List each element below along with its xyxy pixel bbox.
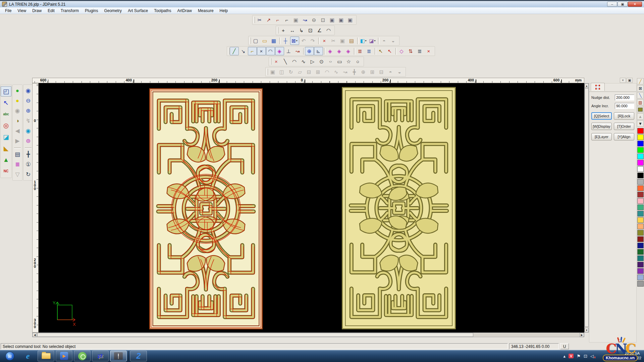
warp-flow-tool[interactable]: ↝ xyxy=(341,68,350,76)
mask-upper-button[interactable]: ◓ xyxy=(380,37,389,45)
menu-help[interactable]: Help xyxy=(217,8,231,14)
network-status-button[interactable]: ⊡ xyxy=(584,354,587,359)
color-swatch[interactable] xyxy=(637,243,644,248)
dropdown-arrow-icon[interactable]: ▾ xyxy=(296,39,298,42)
close-view-button[interactable]: × xyxy=(620,78,626,83)
render-view-button[interactable]: ◪▾ xyxy=(368,37,377,45)
palette-scroll-up-button[interactable]: ▲ xyxy=(637,113,644,120)
snap-arc-toggle[interactable]: ◠ xyxy=(266,47,275,55)
align-button[interactable]: [Y]Align xyxy=(614,133,634,140)
layer-button[interactable]: [E]Layer xyxy=(591,133,612,140)
delete-button[interactable]: × xyxy=(320,37,329,45)
draw-sector-tool[interactable]: ▷ xyxy=(308,57,317,66)
scroll-left-arrow[interactable]: ◀ xyxy=(33,333,37,337)
layer-book-button[interactable]: ▤ xyxy=(13,150,22,159)
drawing-canvas[interactable]: Y X xyxy=(39,83,584,333)
snap-intersection-toggle[interactable]: × xyxy=(257,47,266,55)
scroll-right-arrow[interactable]: ▶ xyxy=(580,333,584,337)
nc-toolpath-tool[interactable]: NC xyxy=(1,166,11,176)
erase-tool[interactable]: ◪ xyxy=(1,132,11,142)
relief-tool[interactable]: ▲ xyxy=(1,155,11,165)
offset-inward-tool[interactable]: ⊡ xyxy=(319,16,328,24)
color-swatch[interactable] xyxy=(637,198,644,204)
pan-view-button[interactable]: ╋ xyxy=(23,150,33,159)
scroll-up-arrow[interactable]: ▲ xyxy=(585,83,589,88)
scroll-down-arrow[interactable]: ▼ xyxy=(585,328,589,332)
zoom-in-button[interactable]: ⊕ xyxy=(23,106,33,115)
undo-button[interactable]: ↶ xyxy=(299,37,308,45)
fill-tool[interactable]: ◣ xyxy=(1,143,11,154)
open-file-button[interactable]: ▭ xyxy=(260,37,269,45)
jdpaint-nc-app[interactable]: ╿ xyxy=(110,351,127,361)
draw-line-tool[interactable]: ╲ xyxy=(281,57,290,66)
work-plane-xy-button[interactable]: ◈ xyxy=(326,47,335,55)
start-button[interactable]: ⊞ xyxy=(1,351,18,361)
color-swatch[interactable] xyxy=(637,134,644,140)
measure-rect-tool[interactable]: ⊡ xyxy=(306,26,315,35)
stack-align-front-button[interactable]: ≣ xyxy=(356,47,365,55)
zoom-previous-button[interactable]: ↯ xyxy=(23,116,33,125)
light-pick-toggle[interactable]: ◉ xyxy=(13,106,22,115)
draw-polygon-tool[interactable]: ○ xyxy=(353,57,362,66)
nudge-distance-value[interactable]: 200.000 xyxy=(615,95,634,101)
pick-add-button[interactable]: ↖ xyxy=(376,47,385,55)
color-swatch[interactable] xyxy=(637,166,644,172)
minimize-button[interactable]: – xyxy=(607,2,617,7)
dropdown-arrow-icon[interactable]: ▾ xyxy=(365,39,367,42)
draw-arc-tool[interactable]: ◠ xyxy=(290,57,299,66)
copy-object-tool[interactable]: ▣ xyxy=(328,16,337,24)
current-color-swatch[interactable] xyxy=(637,106,644,113)
vertical-scrollbar[interactable]: ▲ ▼ xyxy=(584,83,589,333)
mask-lower-button[interactable]: ◒ xyxy=(389,37,398,45)
color-swatch[interactable] xyxy=(637,268,644,274)
node-edit-tool[interactable]: ↖ xyxy=(1,98,11,108)
extend-tool[interactable]: ↗ xyxy=(264,16,273,24)
ungroup-objects-tool[interactable]: ⊟ xyxy=(377,68,386,76)
view-options-button[interactable]: ◉ xyxy=(23,126,33,135)
stack-align-back-button[interactable]: ≣ xyxy=(365,47,374,55)
angle-increment-value[interactable]: 90.000 xyxy=(615,103,634,109)
show-hidden-icons-button[interactable]: ▴ xyxy=(564,354,566,359)
mask-lower-tool[interactable]: ◒ xyxy=(395,68,404,76)
color-swatch[interactable] xyxy=(637,255,644,261)
redo-button[interactable]: ↷ xyxy=(308,37,317,45)
color-swatch[interactable] xyxy=(637,154,644,159)
selection-tab[interactable] xyxy=(591,83,605,91)
color-swatch[interactable] xyxy=(637,249,644,255)
snap-perpendicular-toggle[interactable]: ⊥ xyxy=(284,47,293,55)
toggle-panel-button[interactable]: ▣ xyxy=(627,78,633,83)
copy-button[interactable]: ▣ xyxy=(338,37,347,45)
history-forward-button[interactable]: ▶ xyxy=(13,136,22,145)
copy-to-layer-tool[interactable]: ▣ xyxy=(337,16,346,24)
jdsoft-exchange-app[interactable]: ⇄ xyxy=(92,351,109,361)
color-swatch[interactable] xyxy=(637,179,644,185)
layer-list-button[interactable]: ≣ xyxy=(13,160,22,169)
draw-circle-tool[interactable]: ⊙ xyxy=(317,57,326,66)
no-color-button[interactable]: ⊠ xyxy=(637,85,644,92)
smooth-join-tool[interactable]: ↝ xyxy=(301,16,310,24)
transform-move-tool[interactable]: ▣ xyxy=(268,68,277,76)
relief-panel-left[interactable] xyxy=(148,88,264,330)
measure-angle-tool[interactable]: ∠ xyxy=(315,26,324,35)
draw-point-tool[interactable]: × xyxy=(272,57,281,66)
transform-array-tool[interactable]: ⊞ xyxy=(314,68,323,76)
select-tool[interactable]: ◰ xyxy=(1,86,11,97)
color-swap-button[interactable]: ◑ xyxy=(13,116,22,125)
relief-panel-right[interactable] xyxy=(341,86,457,330)
color-edit-button[interactable]: ▧ xyxy=(637,99,644,106)
draw-ellipse-tool[interactable]: ○ xyxy=(326,57,335,66)
menu-artdraw[interactable]: ArtDraw xyxy=(174,8,195,14)
merge-layers-button[interactable]: ▽ xyxy=(13,170,22,179)
lock-button[interactable]: [R]Lock xyxy=(614,112,634,120)
refresh-view-button[interactable]: ↻ xyxy=(23,170,33,179)
work-plane-zx-button[interactable]: ◈ xyxy=(344,47,353,55)
snap-cursor-button[interactable]: ┼ xyxy=(281,37,290,45)
object-list-button[interactable]: ≣ xyxy=(415,47,424,55)
color-swatch[interactable] xyxy=(637,173,644,178)
color-swatch[interactable] xyxy=(637,185,644,191)
light-full-toggle[interactable]: ● xyxy=(13,86,22,95)
color-swatch[interactable] xyxy=(637,275,644,280)
paste-special-tool[interactable]: ▣ xyxy=(346,16,355,24)
color-swatch[interactable] xyxy=(637,160,644,166)
measure-path-tool[interactable]: ↳ xyxy=(297,26,306,35)
